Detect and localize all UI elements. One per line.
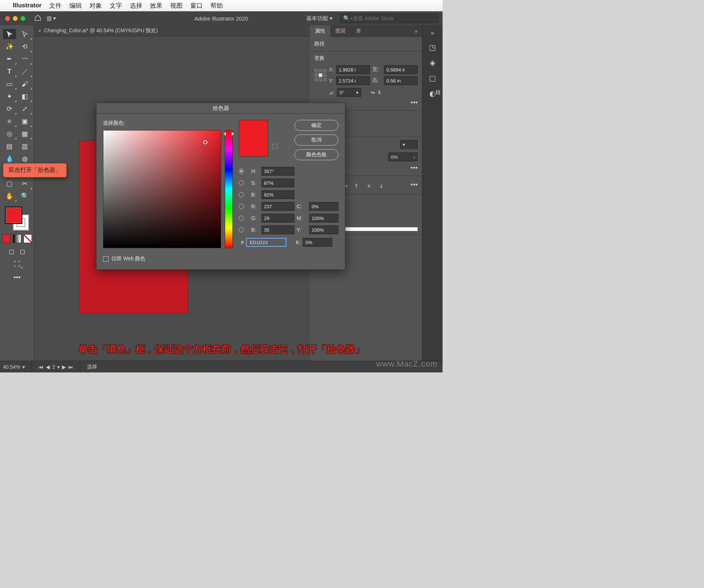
flip-vertical-icon[interactable]: ⥮ bbox=[377, 89, 382, 95]
mesh-tool[interactable]: ▤ bbox=[3, 141, 16, 151]
eyedropper-tool[interactable]: 💧 bbox=[3, 154, 16, 164]
r-input[interactable] bbox=[261, 202, 294, 211]
flip-horizontal-icon[interactable]: ⇋ bbox=[371, 89, 375, 95]
appearance-more-icon[interactable]: ••• bbox=[411, 164, 418, 172]
perspective-grid-tool[interactable]: ▦ bbox=[18, 129, 32, 139]
gradient-mode-icon[interactable] bbox=[13, 234, 21, 243]
bluech-radio[interactable] bbox=[239, 227, 244, 232]
color-swatches-button[interactable]: 颜色色板 bbox=[294, 149, 338, 160]
paintbrush-tool[interactable]: 🖌 bbox=[18, 79, 32, 89]
menu-app-name[interactable]: Illustrator bbox=[13, 2, 41, 9]
close-tab-icon[interactable]: × bbox=[38, 28, 41, 34]
bch-input[interactable] bbox=[261, 225, 294, 234]
menu-window[interactable]: 窗口 bbox=[190, 1, 203, 10]
type-tool[interactable]: T bbox=[3, 66, 16, 77]
current-color-swatch[interactable] bbox=[239, 145, 268, 156]
color-mode-icon[interactable] bbox=[2, 234, 11, 243]
red-radio[interactable] bbox=[239, 204, 244, 209]
m-input[interactable] bbox=[309, 214, 338, 223]
blend-tool[interactable]: ◍ bbox=[18, 154, 32, 164]
width-tool[interactable]: ≡ bbox=[3, 116, 16, 126]
drawing-mode-behind-icon[interactable]: ◻ bbox=[18, 247, 27, 256]
cancel-button[interactable]: 取消 bbox=[294, 135, 338, 146]
window-close-button[interactable] bbox=[5, 16, 10, 21]
panel-collapse-icon[interactable]: » bbox=[410, 25, 422, 37]
y2-input[interactable] bbox=[309, 225, 338, 234]
transform-more-icon[interactable]: ••• bbox=[411, 99, 418, 107]
shaper-tool[interactable]: ✦ bbox=[3, 91, 16, 102]
pen-tool[interactable]: ✒ bbox=[3, 54, 16, 64]
out-of-gamut-icon[interactable]: ⬚ bbox=[272, 142, 278, 150]
appearance-select[interactable]: ▾ bbox=[400, 140, 418, 149]
window-minimize-button[interactable] bbox=[13, 16, 18, 21]
align-more-icon[interactable]: ••• bbox=[411, 181, 418, 191]
menu-help[interactable]: 帮助 bbox=[210, 1, 223, 10]
tab-properties[interactable]: 属性 bbox=[310, 25, 330, 37]
opacity-input[interactable]: 0%› bbox=[388, 152, 418, 161]
next-page-icon[interactable]: ▶ bbox=[62, 364, 66, 370]
stock-search-input[interactable] bbox=[352, 15, 436, 22]
g-input[interactable] bbox=[261, 214, 294, 223]
eraser-tool[interactable]: ◧ bbox=[18, 91, 32, 102]
adobe-stock-search[interactable]: 🔍 ▾ bbox=[340, 14, 439, 23]
cc-libraries-icon[interactable]: ◳ bbox=[429, 43, 436, 52]
artboard-number[interactable]: 2 bbox=[52, 364, 55, 370]
artboard-dropdown-icon[interactable]: ▾ bbox=[57, 364, 60, 370]
layers-dock-icon[interactable]: ◈ bbox=[430, 58, 435, 67]
align-bottom-icon[interactable]: ⤓ bbox=[377, 181, 386, 191]
menu-object[interactable]: 对象 bbox=[89, 1, 102, 10]
zoom-level[interactable]: 40.54% bbox=[3, 364, 20, 370]
s-input[interactable] bbox=[261, 179, 294, 187]
fill-color-swatch[interactable] bbox=[6, 207, 22, 223]
free-transform-tool[interactable]: ▣ bbox=[18, 116, 32, 126]
c-input[interactable] bbox=[309, 202, 338, 211]
lasso-tool[interactable]: ⟲ bbox=[18, 41, 32, 52]
tab-layers[interactable]: 图层 bbox=[330, 25, 351, 37]
h-input[interactable] bbox=[384, 76, 418, 85]
constrain-proportions-icon[interactable]: ⛓ bbox=[435, 89, 440, 95]
screen-mode-icon[interactable]: ⛶ bbox=[12, 260, 22, 268]
dock-toggle-icon[interactable]: » bbox=[427, 30, 438, 36]
home-icon[interactable] bbox=[34, 14, 41, 23]
align-vcenter-icon[interactable]: ≡ bbox=[364, 181, 374, 191]
sat-radio[interactable] bbox=[239, 180, 244, 185]
tab-libraries[interactable]: 库 bbox=[351, 25, 366, 37]
y-input[interactable] bbox=[336, 76, 370, 85]
zoom-tool[interactable]: 🔍 bbox=[18, 191, 32, 201]
menu-file[interactable]: 文件 bbox=[49, 1, 62, 10]
fill-stroke-swatch[interactable] bbox=[6, 207, 29, 231]
b-input[interactable] bbox=[261, 190, 294, 199]
next-artboard-icon[interactable]: ⏭ bbox=[68, 364, 73, 370]
web-colors-checkbox[interactable] bbox=[103, 256, 109, 262]
green-radio[interactable] bbox=[239, 216, 244, 221]
curvature-tool[interactable]: 〰 bbox=[18, 54, 32, 64]
menu-type[interactable]: 文字 bbox=[110, 1, 122, 10]
h-input[interactable] bbox=[261, 167, 294, 176]
artboards-dock-icon[interactable]: ▢ bbox=[429, 74, 436, 82]
asset-export-dock-icon[interactable]: ◐ bbox=[429, 89, 436, 98]
shape-builder-tool[interactable]: ◎ bbox=[3, 129, 16, 139]
document-tab[interactable]: Changing_Color.ai* @ 40.54% (CMYK/GPU 预览… bbox=[44, 27, 158, 34]
k-input[interactable] bbox=[303, 238, 332, 247]
align-top-icon[interactable]: ⤒ bbox=[352, 181, 361, 191]
scale-tool[interactable]: ⤢ bbox=[18, 104, 32, 114]
slice-tool[interactable]: ✂ bbox=[18, 179, 32, 189]
angle-input[interactable]: 0°▾ bbox=[337, 88, 361, 97]
x-input[interactable] bbox=[336, 65, 370, 74]
direct-selection-tool[interactable] bbox=[18, 29, 32, 39]
menu-effect[interactable]: 效果 bbox=[150, 1, 162, 10]
magic-wand-tool[interactable]: ✨ bbox=[3, 41, 16, 52]
ok-button[interactable]: 确定 bbox=[294, 120, 338, 131]
drawing-mode-normal-icon[interactable]: ◻ bbox=[7, 247, 16, 256]
edit-toolbar-button[interactable]: ••• bbox=[11, 272, 24, 283]
hue-radio[interactable] bbox=[239, 169, 244, 174]
menu-edit[interactable]: 编辑 bbox=[69, 1, 82, 10]
zoom-dropdown-icon[interactable]: ▾ bbox=[22, 364, 25, 370]
saturation-brightness-field[interactable] bbox=[103, 130, 221, 248]
none-mode-icon[interactable] bbox=[23, 234, 32, 243]
reference-point-widget[interactable] bbox=[314, 69, 327, 81]
hue-slider[interactable] bbox=[225, 130, 233, 248]
workspace-switcher[interactable]: 基本功能 ▾ bbox=[302, 14, 336, 23]
line-tool[interactable]: ／ bbox=[18, 66, 32, 77]
prev-artboard-icon[interactable]: ⏮ bbox=[38, 364, 44, 370]
